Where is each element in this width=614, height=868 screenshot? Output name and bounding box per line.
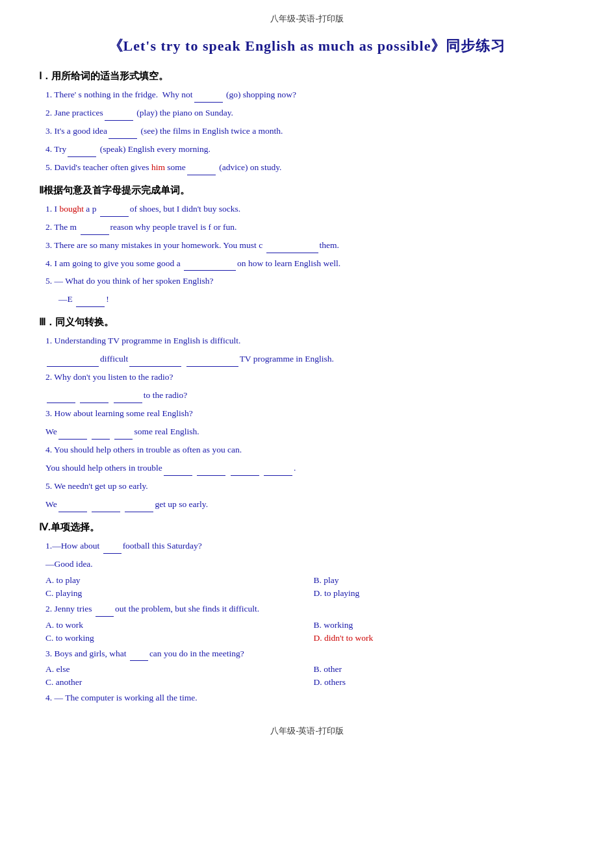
exercise-3-4-a: You should help others in trouble .	[45, 461, 575, 476]
mc-4-2-b: B. working	[307, 620, 576, 630]
exercise-3-3-a: We some real English.	[45, 425, 575, 440]
exercise-4-1-q: 1.—How about football this Saturday?	[45, 539, 575, 554]
section3-label: Ⅲ．同义句转换。	[39, 317, 114, 327]
page-footer: 八年级-英语-打印版	[39, 725, 575, 737]
exercise-2-1: 1. I bought a p of shoes, but I didn't b…	[45, 202, 575, 217]
blank-3-1b	[129, 356, 181, 367]
exercise-2-2: 2. The m reason why people travel is f o…	[45, 220, 575, 235]
blank-3-1a	[47, 356, 99, 367]
title-chinese: 同步练习	[446, 38, 505, 54]
page-header: 八年级-英语-打印版	[39, 13, 575, 25]
exercise-4-1-note: —Good idea.	[45, 557, 575, 572]
footer-text: 八年级-英语-打印版	[270, 726, 344, 736]
exercise-4-3-q: 3. Boys and girls, what can you do in th…	[45, 647, 575, 662]
mc-4-1-a: A. to play	[39, 575, 307, 586]
exercise-2-5a: 5. — What do you think of her spoken Eng…	[45, 274, 575, 289]
blank-3-2b	[80, 393, 109, 403]
blank-2-2	[81, 225, 109, 235]
mc-4-3-d: D. others	[307, 677, 576, 688]
exercise-1-2: 2. Jane practices (play) the piano on Su…	[45, 106, 575, 121]
mc-4-1-c: C. playing	[39, 588, 307, 599]
exercise-2-5b: —E !	[45, 292, 575, 307]
blank-3-1c	[186, 356, 238, 367]
mc-4-1-b: B. play	[307, 575, 576, 586]
mc-4-2-a: A. to work	[39, 620, 307, 630]
mc-4-3-c: C. another	[39, 677, 307, 688]
mc-4-3-a: A. else	[39, 664, 307, 675]
mc-4-2-c: C. to working	[39, 633, 307, 643]
mc-4-3-options2: C. another D. others	[39, 677, 575, 688]
blank-3-4c	[231, 465, 259, 476]
exercise-3-5-q: 5. We needn't get up so early.	[45, 479, 575, 494]
title-english: 《Let's try to speak English as much as p…	[109, 38, 446, 54]
blank-3-4a	[164, 465, 192, 476]
blank-4-1	[103, 543, 122, 554]
section2-title: Ⅱ根据句意及首字母提示完成单词。	[39, 184, 575, 197]
mc-4-1-options: A. to play B. play	[39, 575, 575, 586]
main-title: 《Let's try to speak English as much as p…	[39, 36, 575, 56]
mc-4-3-b: B. other	[307, 664, 576, 675]
blank-3-4b	[197, 465, 225, 476]
mc-4-2-options2: C. to working D. didn't to work	[39, 633, 575, 643]
exercise-1-4: 4. Try (speak) English every morning.	[45, 142, 575, 157]
blank-1-2	[105, 110, 133, 121]
exercise-3-1-q: 1. Understanding TV programme in English…	[45, 334, 575, 349]
blank-3-5b	[92, 502, 120, 512]
page: 八年级-英语-打印版 《Let's try to speak English a…	[0, 0, 614, 868]
mc-4-1-d: D. to playing	[307, 588, 576, 599]
blank-2-3	[266, 243, 318, 253]
blank-4-2	[96, 606, 114, 617]
blank-1-3	[109, 129, 137, 139]
exercise-1-1: 1. There' s nothing in the fridge. Why n…	[45, 88, 575, 103]
blank-3-2a	[47, 393, 75, 403]
exercise-3-3-q: 3. How about learning some real English?	[45, 406, 575, 421]
blank-3-4d	[264, 465, 292, 476]
blank-3-5a	[58, 502, 87, 512]
blank-2-5	[76, 297, 105, 307]
blank-2-4	[184, 260, 236, 271]
section2: Ⅱ根据句意及首字母提示完成单词。 1. I bought a p of shoe…	[39, 184, 575, 308]
exercise-3-4-q: 4. You should help others in trouble as …	[45, 443, 575, 458]
blank-1-5	[187, 165, 216, 175]
exercise-3-5-a: We get up so early.	[45, 497, 575, 512]
section1-title: Ⅰ．用所给词的适当形式填空。	[39, 70, 575, 82]
exercise-3-2-q: 2. Why don't you listen to the radio?	[45, 370, 575, 385]
section3: Ⅲ．同义句转换。 1. Understanding TV programme i…	[39, 316, 575, 512]
section1: Ⅰ．用所给词的适当形式填空。 1. There' s nothing in th…	[39, 70, 575, 175]
section4-label: Ⅳ.单项选择。	[39, 522, 99, 532]
exercise-1-5: 5. David's teacher often gives him some …	[45, 160, 575, 175]
exercise-3-1-a: difficult TV programme in English.	[45, 352, 575, 367]
mc-4-3-options: A. else B. other	[39, 664, 575, 675]
blank-3-5c	[125, 502, 153, 512]
mc-4-1-options2: C. playing D. to playing	[39, 588, 575, 599]
blank-3-3a	[58, 429, 87, 440]
exercise-4-2-q: 2. Jenny tries out the problem, but she …	[45, 602, 575, 617]
blank-2-1	[100, 206, 129, 217]
blank-3-3c	[114, 429, 133, 440]
section4-title: Ⅳ.单项选择。	[39, 521, 575, 534]
section2-label: Ⅱ根据句意及首字母提示完成单词。	[39, 185, 190, 195]
section1-label: Ⅰ．用所给词的适当形式填空。	[39, 71, 168, 81]
exercise-4-4-q: 4. — The computer is working all the tim…	[45, 691, 575, 706]
mc-4-2-options: A. to work B. working	[39, 620, 575, 630]
blank-1-1	[194, 92, 223, 103]
section3-title: Ⅲ．同义句转换。	[39, 316, 575, 329]
blank-3-2c	[114, 393, 142, 403]
blank-3-3b	[92, 429, 110, 440]
exercise-3-2-a: to the radio?	[45, 388, 575, 403]
header-text: 八年级-英语-打印版	[270, 14, 344, 23]
mc-4-2-d: D. didn't to work	[307, 633, 576, 643]
section4: Ⅳ.单项选择。 1.—How about football this Satur…	[39, 521, 575, 706]
blank-1-4	[68, 147, 96, 157]
exercise-2-3: 3. There are so many mistakes in your ho…	[45, 238, 575, 253]
blank-4-3	[130, 651, 148, 661]
exercise-1-3: 3. It's a good idea (see) the films in E…	[45, 124, 575, 139]
exercise-2-4: 4. I am going to give you some good a on…	[45, 256, 575, 271]
